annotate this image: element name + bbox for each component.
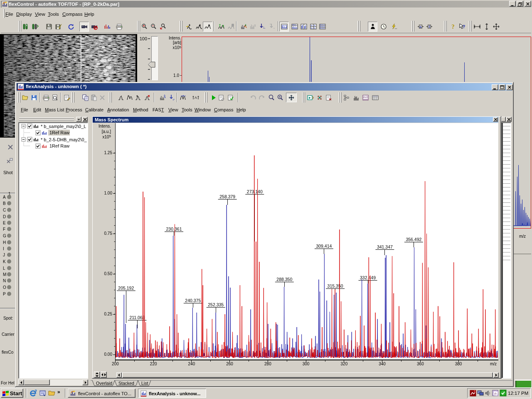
svg-text:List: List xyxy=(141,381,148,386)
svg-text:315.350: 315.350 xyxy=(328,283,343,288)
svg-text:320: 320 xyxy=(341,362,348,366)
svg-text:205.192: 205.192 xyxy=(118,286,134,291)
svg-text:332.449: 332.449 xyxy=(360,275,376,280)
svg-text:* b_sample_may2\0_L: * b_sample_may2\0_L xyxy=(41,124,86,129)
svg-text:356.492: 356.492 xyxy=(406,237,421,242)
svg-text:n: n xyxy=(494,392,496,396)
svg-text:A: A xyxy=(194,96,197,100)
svg-text:230.361: 230.361 xyxy=(166,227,182,232)
svg-text:240: 240 xyxy=(188,362,195,366)
svg-text:0.75: 0.75 xyxy=(104,231,113,236)
svg-text:380: 380 xyxy=(455,362,462,366)
svg-text:[a.u.]: [a.u.] xyxy=(102,129,111,134)
svg-text:0.00: 0.00 xyxy=(104,352,113,357)
svg-text:m/z: m/z xyxy=(363,96,368,99)
svg-text:1Ref Raw: 1Ref Raw xyxy=(49,130,69,135)
svg-text:260: 260 xyxy=(226,362,233,366)
svg-text:?: ? xyxy=(451,24,454,30)
svg-text:280: 280 xyxy=(264,362,271,366)
svg-text:341.347: 341.347 xyxy=(377,244,393,249)
svg-text:?: ? xyxy=(462,24,465,29)
svg-text:252.335: 252.335 xyxy=(208,302,224,307)
svg-text:Overlaid: Overlaid xyxy=(96,381,112,386)
svg-text:360: 360 xyxy=(417,362,424,366)
svg-text:258.379: 258.379 xyxy=(219,194,235,199)
svg-text:273.140: 273.140 xyxy=(247,189,263,194)
svg-text:* b_2-5-DHB_may2\0_: * b_2-5-DHB_may2\0_ xyxy=(41,137,87,142)
svg-text:0.25: 0.25 xyxy=(104,312,113,316)
svg-text:Intens.: Intens. xyxy=(99,124,111,128)
svg-text:240.375: 240.375 xyxy=(185,298,201,303)
svg-text:309.414: 309.414 xyxy=(316,244,332,249)
svg-text:Stacked: Stacked xyxy=(118,381,134,386)
svg-text:220: 220 xyxy=(150,362,157,366)
svg-text:m/z: m/z xyxy=(490,362,497,366)
svg-text:300: 300 xyxy=(303,362,310,366)
svg-text:1Ref Raw: 1Ref Raw xyxy=(49,143,69,148)
svg-text:1.00: 1.00 xyxy=(104,191,113,195)
svg-text:200: 200 xyxy=(112,362,119,366)
svg-text:0.50: 0.50 xyxy=(104,271,113,276)
svg-text:340: 340 xyxy=(379,362,386,366)
svg-text:1.25: 1.25 xyxy=(104,150,113,155)
svg-text:288.350: 288.350 xyxy=(276,277,292,282)
